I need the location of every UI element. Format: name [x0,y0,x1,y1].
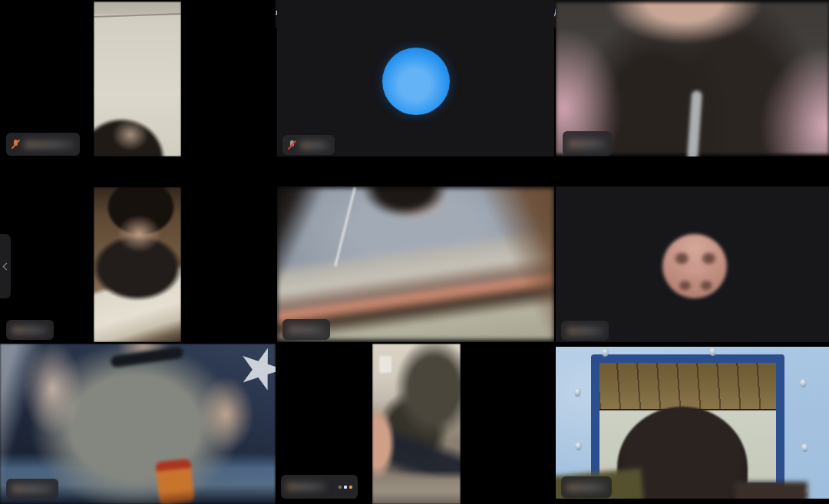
participant-name-tag [6,479,58,499]
video-tile[interactable] [277,0,554,156]
indicator-dot [349,486,352,489]
video-tile[interactable] [556,344,829,504]
blurred-name [566,327,603,335]
letterbox-bar [556,344,829,347]
video-tile[interactable] [0,0,276,156]
participant-video [94,2,181,156]
video-tile[interactable] [0,186,276,342]
participant-video [94,187,181,342]
blurred-name [300,141,329,150]
webcam-art [277,188,554,340]
video-tile[interactable] [556,0,829,156]
rivet [801,443,808,452]
video-tile[interactable] [277,344,554,504]
mic-muted-icon [288,140,296,150]
participant-name-tag [561,321,609,341]
indicator-dot [339,486,342,489]
speaking-indicator-dots [339,486,352,489]
meeting-app-window: 范世聪 00:10:46 会议中 ! 为保障会议秩序，已在「成员-更多」中开启"… [0,0,829,504]
rivet [574,388,581,397]
video-tile[interactable] [556,186,829,342]
video-tile[interactable] [277,186,554,342]
mic-muted-icon [12,139,20,150]
rivet [800,379,807,387]
chevron-left-icon [3,262,11,270]
participant-video [372,344,461,504]
blurred-name [568,140,606,148]
figurine [155,459,195,504]
avatar [662,234,727,298]
previous-page-button[interactable] [0,234,11,298]
wall-outlet [379,356,391,373]
blurred-name [566,483,606,492]
blurred-name [12,326,48,334]
cartoon-wood-ceiling [599,363,776,410]
blurred-name [12,485,53,493]
rivet [575,442,582,450]
participant-name-tag [6,133,80,156]
participant-name-tag [282,135,335,155]
blurred-name [24,140,74,149]
indicator-dot [344,486,347,489]
blurred-name [286,483,326,491]
blurred-name [288,325,325,334]
participant-name-tag [282,319,330,340]
letterbox-bar [556,499,829,504]
participant-name-tag [281,475,358,499]
participant-name-tag [6,320,54,340]
webcam-art [94,2,181,156]
video-tile[interactable] [0,344,276,504]
participant-name-tag [561,476,612,498]
participant-name-tag [563,131,612,156]
avatar [382,48,450,115]
webcam-art [94,187,181,342]
